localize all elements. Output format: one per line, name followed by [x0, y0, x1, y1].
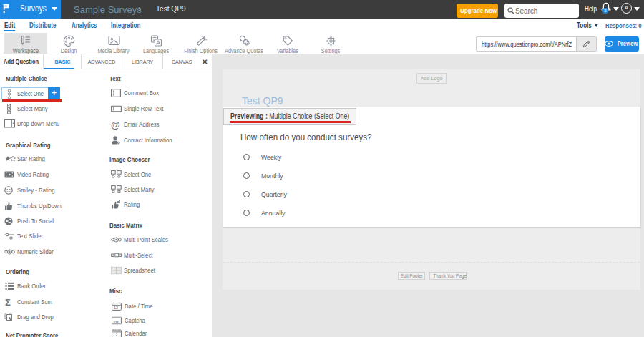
svg-text:12: 12 — [114, 306, 118, 310]
svg-text:vw: vw — [113, 319, 119, 323]
